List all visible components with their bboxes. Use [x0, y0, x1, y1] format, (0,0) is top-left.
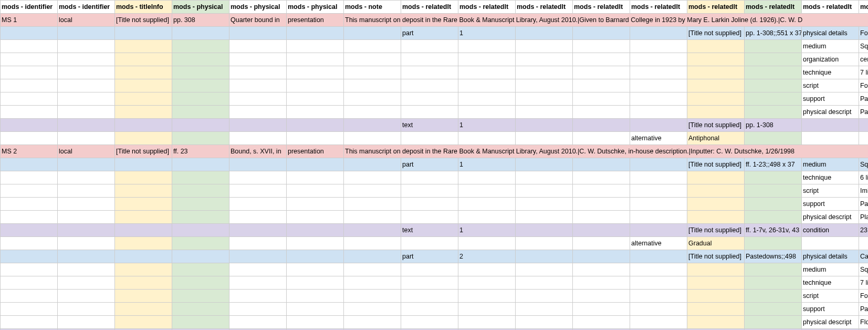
cell[interactable]: [58, 27, 115, 40]
cell[interactable]: [573, 250, 630, 263]
cell[interactable]: [1, 158, 58, 171]
cell[interactable]: [115, 66, 172, 79]
cell[interactable]: [344, 303, 401, 316]
cell[interactable]: [516, 211, 573, 224]
cell[interactable]: [287, 40, 344, 53]
cell[interactable]: [115, 198, 172, 211]
cell[interactable]: [287, 184, 344, 198]
cell[interactable]: [401, 132, 458, 145]
cell[interactable]: [516, 158, 573, 171]
cell[interactable]: [287, 79, 344, 92]
cell[interactable]: [172, 79, 229, 92]
cell[interactable]: [58, 119, 115, 132]
cell[interactable]: [573, 40, 630, 53]
cell[interactable]: [229, 263, 287, 276]
cell[interactable]: [458, 132, 516, 145]
cell[interactable]: [229, 316, 287, 329]
cell[interactable]: Plain red or strap: [859, 211, 869, 224]
cell[interactable]: [287, 27, 344, 40]
cell[interactable]: [401, 211, 458, 224]
cell[interactable]: [344, 66, 401, 79]
cell[interactable]: [630, 198, 687, 211]
cell[interactable]: Parchment: [859, 92, 869, 106]
cell[interactable]: medium: [802, 263, 859, 276]
cell[interactable]: [287, 132, 344, 145]
table-row[interactable]: scriptImitative of roman: [1, 184, 869, 198]
cell[interactable]: [287, 237, 344, 250]
cell[interactable]: [172, 66, 229, 79]
cell[interactable]: [1, 40, 58, 53]
cell[interactable]: 6 lines of text an: [859, 171, 869, 184]
cell[interactable]: Quarter bound in: [229, 14, 287, 27]
cell[interactable]: [401, 237, 458, 250]
cell[interactable]: text: [401, 224, 458, 237]
cell[interactable]: [573, 184, 630, 198]
cell[interactable]: [Title not supplied]: [687, 27, 745, 40]
cell[interactable]: [745, 211, 802, 224]
table-row[interactable]: physical descriptPainted and flour: [1, 106, 869, 119]
cell[interactable]: [516, 224, 573, 237]
cell[interactable]: [630, 211, 687, 224]
cell[interactable]: [745, 132, 802, 145]
cell[interactable]: [58, 40, 115, 53]
cell[interactable]: Square notation o: [859, 40, 869, 53]
cell[interactable]: [229, 119, 287, 132]
cell[interactable]: [401, 263, 458, 276]
cell[interactable]: ff. 23: [172, 145, 229, 158]
cell[interactable]: [573, 316, 630, 329]
cell[interactable]: [630, 263, 687, 276]
cell[interactable]: [172, 40, 229, 53]
cell[interactable]: [287, 224, 344, 237]
cell[interactable]: [401, 198, 458, 211]
cell[interactable]: [458, 276, 516, 290]
cell[interactable]: [344, 79, 401, 92]
cell[interactable]: pp. 1-308: [745, 119, 802, 132]
cell[interactable]: [458, 290, 516, 303]
cell[interactable]: [573, 211, 630, 224]
cell[interactable]: Antiphonal: [687, 132, 745, 145]
cell[interactable]: [573, 276, 630, 290]
table-row[interactable]: organizationcentral: [1, 53, 869, 66]
cell[interactable]: Square notation o: [859, 263, 869, 276]
cell[interactable]: [287, 290, 344, 303]
cell[interactable]: [687, 92, 745, 106]
cell[interactable]: [573, 66, 630, 79]
cell[interactable]: [1, 79, 58, 92]
cell[interactable]: [516, 290, 573, 303]
cell[interactable]: [1, 237, 58, 250]
cell[interactable]: [58, 237, 115, 250]
cell[interactable]: [172, 276, 229, 290]
cell[interactable]: [458, 184, 516, 198]
cell[interactable]: [172, 158, 229, 171]
cell[interactable]: [458, 171, 516, 184]
cell[interactable]: [287, 92, 344, 106]
cell[interactable]: [58, 316, 115, 329]
cell[interactable]: [172, 211, 229, 224]
table-row[interactable]: MS 1local[Title not supplied]pp. 308Quar…: [1, 14, 869, 27]
cell[interactable]: [229, 79, 287, 92]
cell[interactable]: [287, 119, 344, 132]
table-row[interactable]: alternativeGradual: [1, 237, 869, 250]
cell[interactable]: [1, 119, 58, 132]
cell[interactable]: [172, 53, 229, 66]
cell[interactable]: [687, 290, 745, 303]
cell[interactable]: [687, 211, 745, 224]
table-row[interactable]: scriptFormal gothic litu: [1, 290, 869, 303]
cell[interactable]: [58, 66, 115, 79]
cell[interactable]: Formal gothic litu: [859, 290, 869, 303]
cell[interactable]: 1: [458, 158, 516, 171]
cell[interactable]: [1, 276, 58, 290]
cell[interactable]: 2: [458, 250, 516, 263]
cell[interactable]: [172, 132, 229, 145]
cell[interactable]: [516, 263, 573, 276]
table-row[interactable]: mediumSquare notation o: [1, 263, 869, 276]
cell[interactable]: part: [401, 158, 458, 171]
cell[interactable]: [Title not supplied]: [687, 158, 745, 171]
cell[interactable]: local: [58, 14, 115, 27]
cell[interactable]: [172, 224, 229, 237]
cell[interactable]: [401, 171, 458, 184]
cell[interactable]: [745, 53, 802, 66]
cell[interactable]: [58, 198, 115, 211]
cell[interactable]: [401, 92, 458, 106]
cell[interactable]: 7 lines of text an: [859, 66, 869, 79]
